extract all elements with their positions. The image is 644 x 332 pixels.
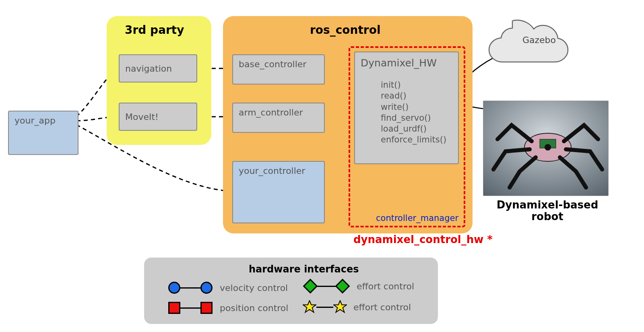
hw-method-init: init(): [381, 80, 446, 91]
legend-effort2-label: effort control: [353, 302, 411, 312]
legend-panel: hardware interfaces velocity control pos…: [144, 258, 438, 324]
navigation-label: navigation: [125, 64, 172, 74]
legend-effort-star: effort control: [303, 300, 411, 314]
navigation-node: navigation: [119, 54, 197, 82]
hw-method-read: read(): [381, 91, 446, 101]
dynamixel-hw-label: Dynamixel_HW: [361, 57, 437, 69]
your-app-node: your_app: [8, 111, 78, 155]
your-app-label: your_app: [14, 115, 56, 126]
your-controller-node: your_controller: [232, 161, 325, 223]
moveit-node: MoveIt!: [119, 103, 197, 131]
legend-title: hardware interfaces: [249, 264, 359, 275]
svg-point-11: [545, 144, 551, 151]
star-icon: [303, 300, 316, 314]
arm-controller-label: arm_controller: [239, 107, 303, 118]
hw-method-write: write(): [381, 102, 446, 113]
star-icon: [333, 300, 347, 314]
square-icon: [200, 302, 213, 314]
base-controller-label: base_controller: [239, 59, 306, 69]
robot-image: [483, 101, 609, 196]
robot-caption-l2: robot: [531, 210, 564, 223]
legend-effort1-label: effort control: [357, 281, 414, 291]
controller-manager-label: controller_manager: [376, 213, 458, 223]
dynamixel-control-hw-label: dynamixel_control_hw *: [353, 233, 493, 245]
legend-velocity-label: velocity control: [220, 283, 288, 293]
svg-marker-12: [303, 301, 316, 312]
dynamixel-hw-methods: init() read() write() find_servo() load_…: [381, 80, 446, 146]
arm-controller-node: arm_controller: [232, 103, 325, 133]
hw-method-find: find_servo(): [381, 113, 446, 124]
legend-velocity: velocity control: [168, 282, 288, 294]
legend-position-label: position control: [220, 303, 288, 313]
circle-icon: [200, 282, 213, 294]
circle-icon: [168, 282, 180, 294]
your-controller-label: your_controller: [239, 166, 305, 176]
square-icon: [168, 302, 180, 314]
robot-caption: Dynamixel-based robot: [489, 199, 606, 222]
hw-method-urdf: load_urdf(): [381, 124, 446, 134]
hw-method-limits: enforce_limits(): [381, 134, 446, 145]
ros-control-title: ros_control: [310, 23, 381, 37]
robot-caption-l1: Dynamixel-based: [497, 199, 599, 211]
base-controller-node: base_controller: [232, 54, 325, 85]
svg-marker-13: [334, 301, 347, 312]
third-party-title: 3rd party: [125, 23, 184, 37]
diamond-icon: [335, 279, 350, 294]
legend-effort-diamond: effort control: [305, 281, 414, 291]
diamond-icon: [303, 279, 318, 294]
legend-position: position control: [168, 302, 288, 314]
moveit-label: MoveIt!: [125, 112, 159, 122]
gazebo-label: Gazebo: [522, 35, 556, 45]
